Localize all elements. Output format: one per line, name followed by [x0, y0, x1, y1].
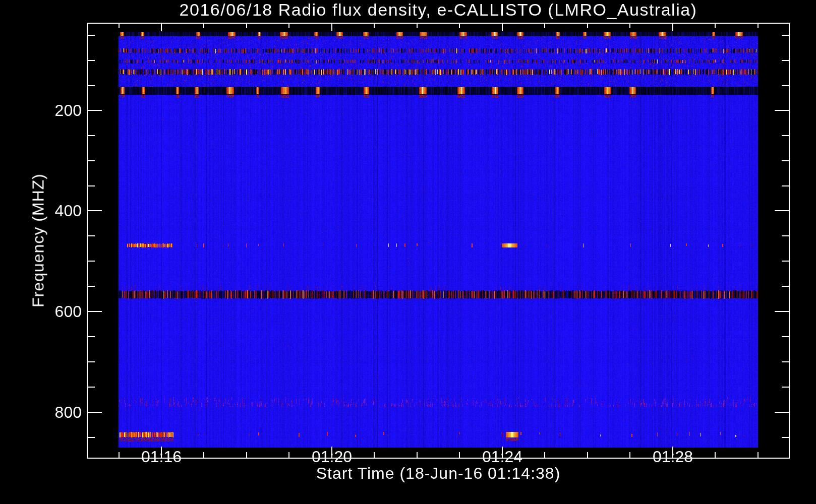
- y-axis-label: Frequency (MHZ): [29, 173, 48, 307]
- x-tick-label-0124: 01:24: [459, 448, 545, 466]
- spectrogram-figure: 2016/06/18 Radio flux density, e-CALLIST…: [0, 0, 816, 504]
- y-tick-label-600: 600: [11, 302, 82, 321]
- x-tick-label-0116: 01:16: [119, 448, 204, 466]
- chart-title: 2016/06/18 Radio flux density, e-CALLIST…: [87, 0, 790, 20]
- x-axis-label: Start Time (18-Jun-16 01:14:38): [87, 464, 790, 483]
- y-tick-label-200: 200: [11, 101, 82, 120]
- y-tick-label-400: 400: [11, 202, 82, 220]
- x-tick-label-0128: 01:28: [630, 448, 716, 466]
- y-tick-label-800: 800: [11, 403, 82, 422]
- x-tick-label-0120: 01:20: [289, 448, 375, 466]
- spectrogram-canvas: [0, 0, 816, 504]
